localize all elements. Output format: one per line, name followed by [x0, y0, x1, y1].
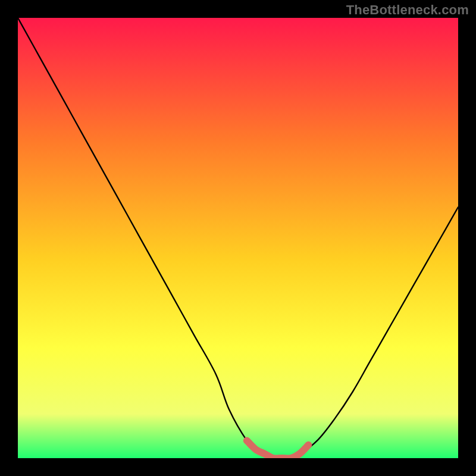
watermark-text: TheBottleneck.com	[346, 2, 469, 18]
plot-area	[18, 18, 458, 458]
chart-frame: TheBottleneck.com	[0, 0, 476, 476]
bottleneck-chart	[18, 18, 458, 458]
gradient-background	[18, 18, 458, 458]
